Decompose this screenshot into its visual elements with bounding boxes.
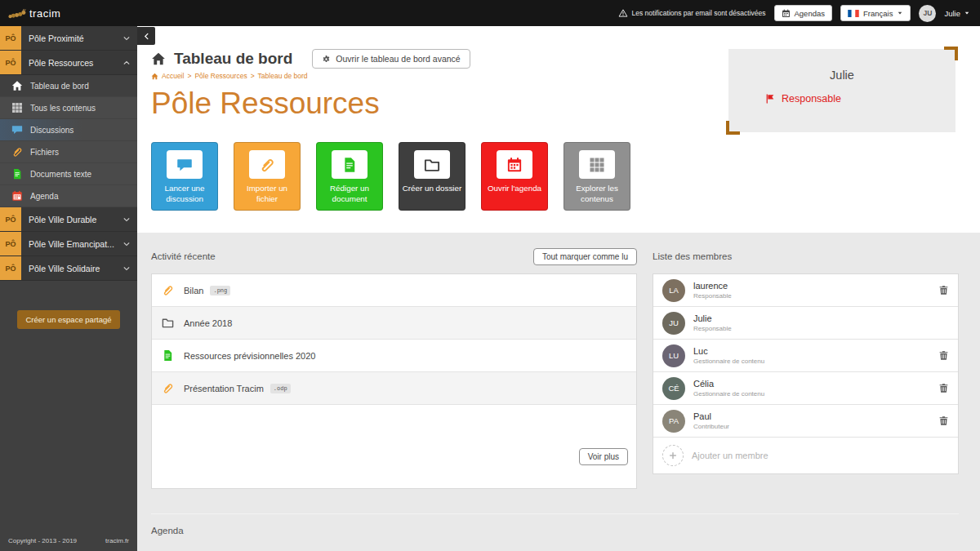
mark-all-read-button[interactable]: Tout marquer comme lu	[533, 248, 637, 265]
agendas-button[interactable]: Agendas	[774, 5, 833, 21]
sidebar-item-fichiers[interactable]: Fichiers	[0, 141, 137, 163]
chevron-down-icon	[122, 264, 131, 273]
sidebar-item-discussions[interactable]: Discussions	[0, 119, 137, 141]
member-avatar: JU	[662, 312, 685, 335]
action-explorer-les-contenus[interactable]: Explorer les contenus	[564, 142, 630, 211]
main-content: Tableau de bord Ouvrir le tableau de bor…	[137, 26, 980, 551]
see-more-button[interactable]: Voir plus	[579, 448, 628, 465]
warning-icon	[618, 8, 628, 18]
trash-icon[interactable]	[938, 383, 949, 393]
activity-item-bilan[interactable]: Bilan.png	[152, 274, 636, 307]
sidebar-space-pole-ressources[interactable]: PÔ Pôle Ressources	[0, 51, 137, 75]
activity-heading: Activité récente	[151, 251, 216, 261]
sidebar-footer: Copyright - 2013 - 2019 tracim.fr	[0, 531, 137, 551]
sidebar-space-pole-ville-emancipat[interactable]: PÔ Pôle Ville Emancipat...	[0, 232, 137, 256]
app-logo[interactable]: tracim	[8, 7, 60, 20]
folder-icon	[162, 317, 175, 329]
activity-item-annee-2018[interactable]: Année 2018	[152, 307, 636, 340]
sidebar-space-pole-ville-durable[interactable]: PÔ Pôle Ville Durable	[0, 207, 137, 232]
trash-icon[interactable]	[938, 350, 949, 361]
paperclip-icon	[162, 382, 175, 394]
user-name: Julie	[944, 9, 960, 18]
space-initials-badge: PÔ	[0, 207, 21, 231]
space-label: Pôle Ville Durable	[21, 215, 122, 224]
member-role: Responsable	[693, 292, 732, 300]
member-avatar: PA	[662, 410, 685, 433]
sidebar-item-tous-les-contenus[interactable]: Tous les contenus	[0, 97, 137, 119]
corner-bracket	[726, 121, 740, 135]
caterpillar-icon	[8, 7, 28, 20]
activity-item-label: Année 2018	[184, 318, 232, 328]
member-row-celia: CÉ Célia Gestionnaire de contenu	[653, 372, 958, 405]
folder-icon	[414, 150, 450, 179]
paperclip-icon	[249, 150, 285, 179]
action-importer-un-fichier[interactable]: Importer un fichier	[234, 142, 301, 211]
member-row-laurence: LA laurence Responsable	[653, 274, 958, 307]
grid-icon	[579, 150, 615, 179]
breadcrumb-separator: >	[251, 72, 255, 80]
space-label: Pôle Proximité	[21, 33, 122, 43]
member-role: Contributeur	[693, 423, 729, 430]
create-shared-space-button[interactable]: Créer un espace partagé	[17, 310, 119, 329]
file-extension-badge: .odp	[270, 384, 291, 393]
space-label: Pôle Ville Solidaire	[21, 264, 122, 273]
action-creer-un-dossier[interactable]: Créer un dossier	[399, 142, 466, 211]
add-member-button[interactable]: Ajouter un membre	[653, 438, 958, 473]
user-avatar[interactable]: JU	[919, 5, 936, 22]
breadcrumb-item[interactable]: Accueil	[162, 72, 184, 80]
add-member-label: Ajouter un membre	[692, 451, 768, 460]
user-role-card: Julie Responsable	[728, 49, 956, 132]
plus-icon	[668, 451, 678, 460]
action-rediger-un-document[interactable]: Rédiger un document	[316, 142, 383, 211]
space-initials-badge: PÔ	[0, 26, 21, 50]
language-selector[interactable]: Français	[840, 5, 911, 21]
user-menu[interactable]: Julie	[944, 9, 970, 18]
member-name: Julie	[693, 313, 732, 323]
members-section: Liste des membres LA laurence Responsabl…	[653, 246, 959, 489]
action-card-label: Créer un dossier	[400, 184, 464, 194]
dashboard-lower-section: Activité récente Tout marquer comme lu B…	[137, 233, 980, 551]
member-name: Paul	[693, 411, 729, 421]
sidebar-item-agenda[interactable]: Agenda	[0, 185, 137, 207]
sidebar-space-pole-proximite[interactable]: PÔ Pôle Proximité	[0, 26, 137, 51]
action-lancer-une-discussion[interactable]: Lancer une discussion	[151, 142, 218, 211]
action-card-label: Ouvrir l'agenda	[485, 184, 544, 194]
activity-item-ressources-previsionnelles-2020[interactable]: Ressources prévisionnelles 2020	[152, 340, 636, 372]
sidebar-item-tableau-de-bord[interactable]: Tableau de bord	[0, 75, 137, 97]
agenda-section-heading: Agenda	[151, 513, 959, 535]
agendas-label: Agendas	[795, 9, 826, 18]
home-icon	[151, 51, 166, 66]
file-extension-badge: .png	[210, 286, 230, 295]
action-card-label: Rédiger un document	[316, 184, 383, 204]
space-menu: Tableau de bord Tous les contenus Discus…	[0, 75, 137, 207]
sidebar-collapse-button[interactable]	[137, 27, 155, 45]
space-label: Pôle Ville Emancipat...	[21, 239, 122, 249]
activity-item-label: Présentation Tracim	[184, 384, 264, 393]
action-cards: Lancer une discussion Importer un fichie…	[137, 121, 980, 211]
trash-icon[interactable]	[938, 285, 949, 295]
action-card-label: Lancer une discussion	[151, 184, 218, 204]
advanced-dashboard-button[interactable]: Ouvrir le tableau de bord avancé	[312, 49, 470, 69]
breadcrumb-item[interactable]: Pôle Ressources	[194, 72, 247, 80]
member-avatar: LA	[662, 279, 685, 302]
site-link[interactable]: tracim.fr	[105, 537, 129, 544]
sidebar-item-documents-texte[interactable]: Documents texte	[0, 163, 137, 185]
activity-item-presentation-tracim[interactable]: Présentation Tracim.odp	[152, 372, 636, 405]
calendar-icon	[497, 150, 532, 179]
chevron-left-icon	[142, 32, 151, 41]
topbar: tracim Les notifications par email sont …	[0, 0, 980, 26]
chevron-down-icon	[122, 216, 131, 224]
action-ouvrir-l-agenda[interactable]: Ouvrir l'agenda	[481, 142, 548, 211]
trash-icon[interactable]	[938, 415, 949, 426]
member-row-paul: PA Paul Contributeur	[653, 405, 958, 438]
breadcrumb-item[interactable]: Tableau de bord	[258, 72, 308, 80]
caret-down-icon	[897, 10, 903, 16]
member-role: Gestionnaire de contenu	[693, 390, 764, 398]
flag-icon	[764, 93, 776, 104]
language-label: Français	[863, 9, 893, 18]
french-flag-icon	[848, 10, 859, 17]
sidebar-space-pole-ville-solidaire[interactable]: PÔ Pôle Ville Solidaire	[0, 256, 137, 281]
caret-down-icon	[964, 10, 970, 16]
corner-bracket	[944, 47, 958, 60]
email-notification-notice: Les notifications par email sont désacti…	[618, 8, 766, 18]
